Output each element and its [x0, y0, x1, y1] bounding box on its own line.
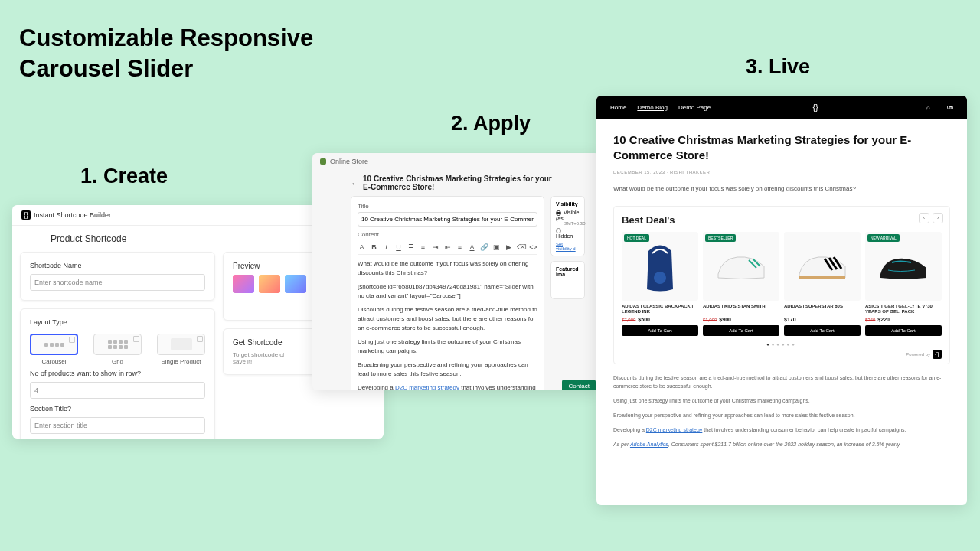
add-to-cart-button[interactable]: Add To Cart — [784, 325, 861, 336]
layout-single[interactable]: Single Product — [157, 334, 205, 365]
set-visibility-link[interactable]: Set visibility d — [556, 242, 580, 251]
contact-button[interactable]: Contact — [562, 380, 596, 390]
layout-carousel[interactable]: Carousel — [30, 334, 78, 365]
step-2-label: 2. Apply — [451, 112, 531, 135]
font-icon[interactable]: A — [358, 243, 366, 251]
layout-type-label: Layout Type — [30, 318, 205, 326]
search-icon[interactable]: ⌕ — [926, 104, 930, 111]
product-image — [784, 232, 861, 301]
hero-title: Customizable Responsive Carousel Slider — [19, 23, 313, 85]
section-title-input[interactable]: Enter section title — [30, 417, 205, 434]
product-badge: HOT DEAL — [624, 234, 649, 242]
article-meta: DECEMBER 15, 2023 · RISHI THAKKER — [613, 170, 950, 174]
row-count-label: No of products want to show in row? — [30, 370, 205, 377]
live-panel: Home Demo Blog Demo Page {} ⌕ 🛍 10 Creat… — [596, 96, 967, 505]
align-icon[interactable]: ≡ — [456, 243, 464, 251]
title-field-label: Title — [358, 203, 537, 210]
deals-section: Best Deal's ‹› HOT DEAL ADIDAS | CLASSIC… — [613, 206, 950, 364]
title-input[interactable] — [358, 212, 537, 227]
visibility-visible[interactable]: Visible (as — [556, 210, 580, 221]
visibility-hidden[interactable]: Hidden — [556, 228, 580, 240]
product-image: BESTSELLER — [703, 232, 779, 301]
store-icon — [320, 158, 326, 165]
product-card: BESTSELLER ADIDAS | KID'S STAN SMITH $1,… — [703, 232, 779, 336]
nav-blog[interactable]: Demo Blog — [637, 104, 668, 111]
product-badge: NEW ARRIVAL — [867, 234, 900, 242]
row-count-input[interactable]: 4 — [30, 382, 205, 399]
section-title-label: Section Title? — [30, 405, 205, 412]
list-icon[interactable]: ≣ — [407, 243, 415, 251]
back-icon[interactable]: ← — [351, 179, 358, 187]
deals-title: Best Deal's — [622, 214, 942, 226]
carousel-dots[interactable]: ●●●●●● — [622, 342, 942, 347]
product-badge: BESTSELLER — [705, 234, 736, 242]
layout-grid[interactable]: Grid — [93, 334, 142, 365]
editor-content[interactable]: What would be the outcome if your focus … — [358, 259, 537, 390]
editor-title: 10 Creative Christmas Marketing Strategi… — [363, 174, 561, 191]
svg-rect-1 — [799, 276, 845, 279]
article-lead: What would be the outcome if your focus … — [613, 185, 950, 192]
app-name: Instant Shortcode Builder — [34, 211, 111, 219]
image-icon[interactable]: ▣ — [492, 243, 501, 251]
add-to-cart-button[interactable]: Add To Cart — [622, 325, 698, 336]
nav-demo[interactable]: Demo Page — [678, 104, 710, 111]
video-icon[interactable]: ▶ — [505, 243, 513, 251]
product-card: HOT DEAL ADIDAS | CLASSIC BACKPACK | LEG… — [622, 232, 698, 336]
article-title: 10 Creative Christmas Marketing Strategi… — [613, 132, 950, 164]
featured-image-label: Featured ima — [556, 266, 580, 277]
apply-panel: Online Store ←10 Creative Christmas Mark… — [312, 153, 599, 390]
link-icon[interactable]: 🔗 — [480, 243, 488, 251]
product-name: ADIDAS | CLASSIC BACKPACK | LEGEND INK — [622, 304, 698, 315]
indent-icon[interactable]: ⇥ — [431, 243, 439, 251]
panel-title: Product Shortcode — [12, 226, 165, 252]
clear-icon[interactable]: ⌫ — [517, 243, 525, 251]
color-icon[interactable]: A — [468, 243, 476, 251]
product-image: NEW ARRIVAL — [865, 232, 942, 301]
svg-point-0 — [654, 272, 666, 284]
step-1-label: 1. Create — [80, 165, 168, 188]
powered-icon: {} — [933, 350, 942, 359]
product-card: ADIDAS | SUPERSTAR 80S $170 Add To Cart — [784, 232, 861, 336]
product-price: $350$220 — [865, 317, 942, 322]
visibility-label: Visibility — [556, 201, 580, 207]
carousel-next-icon[interactable]: › — [933, 213, 943, 223]
cart-icon[interactable]: 🛍 — [947, 104, 953, 111]
breadcrumb[interactable]: Online Store — [330, 158, 368, 165]
site-logo: {} — [812, 103, 818, 112]
add-to-cart-button[interactable]: Add To Cart — [703, 325, 779, 336]
product-name: ASICS TIGER | GEL-LYTE V '30 YEARS OF GE… — [865, 304, 942, 315]
product-card: NEW ARRIVAL ASICS TIGER | GEL-LYTE V '30… — [865, 232, 942, 336]
italic-icon[interactable]: I — [382, 243, 390, 251]
article-body: Discounts during the festive season are … — [613, 373, 950, 449]
add-to-cart-button[interactable]: Add To Cart — [865, 325, 942, 336]
app-icon: {} — [21, 210, 31, 220]
numlist-icon[interactable]: ≡ — [419, 243, 427, 251]
content-field-label: Content — [358, 231, 537, 238]
outdent-icon[interactable]: ⇤ — [443, 243, 452, 251]
product-price: $7,000$500 — [622, 317, 698, 322]
underline-icon[interactable]: U — [394, 243, 403, 251]
adobe-link[interactable]: Adobe Analytics — [630, 442, 668, 447]
editor-toolbar: A B I U ≣ ≡ ⇥ ⇤ ≡ A 🔗 ▣ ▶ ⌫ <> — [358, 240, 537, 255]
bold-icon[interactable]: B — [370, 243, 378, 251]
product-price: $170 — [784, 317, 861, 322]
shortcode-name-input[interactable]: Enter shortcode name — [30, 274, 205, 291]
code-icon[interactable]: <> — [529, 243, 537, 251]
product-image: HOT DEAL — [622, 232, 698, 301]
nav-home[interactable]: Home — [610, 104, 626, 111]
carousel-prev-icon[interactable]: ‹ — [919, 213, 929, 223]
shortcode-name-label: Shortcode Name — [30, 262, 205, 269]
powered-by: Powered by — [906, 352, 930, 357]
product-name: ADIDAS | KID'S STAN SMITH — [703, 304, 779, 315]
d2c-link[interactable]: D2C marketing strategy — [646, 427, 703, 432]
product-price: $1,000$900 — [703, 317, 779, 322]
product-name: ADIDAS | SUPERSTAR 80S — [784, 304, 861, 315]
step-3-label: 3. Live — [746, 55, 810, 79]
